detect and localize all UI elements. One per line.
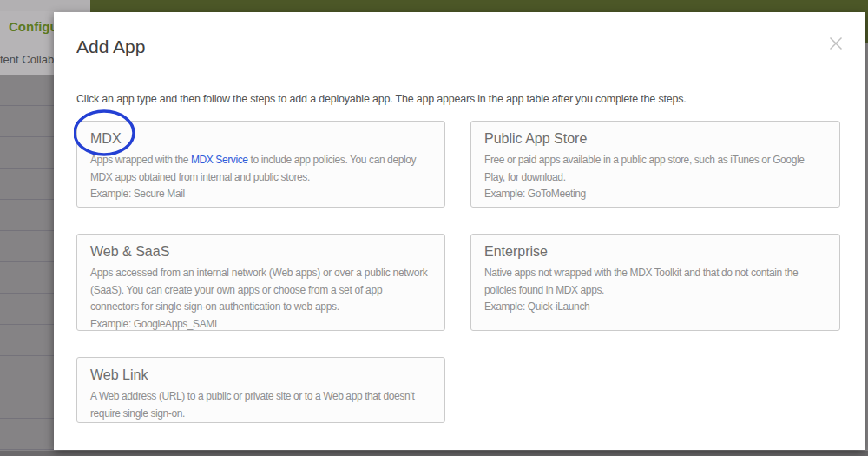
card-title: Enterprise — [484, 243, 826, 261]
background-table — [0, 75, 54, 456]
nav-tab-configure: Configu — [9, 19, 58, 34]
dialog-instruction: Click an app type and then follow the st… — [76, 91, 840, 107]
card-web-saas[interactable]: Web & SaaSApps accessed from an internal… — [76, 234, 445, 331]
card-web-link[interactable]: Web LinkA Web address (URL) to a public … — [76, 357, 445, 423]
card-title: Web & SaaS — [90, 243, 431, 261]
background-tabbar-strip — [0, 0, 90, 11]
card-mdx[interactable]: MDXApps wrapped with the MDX Service to … — [76, 121, 445, 208]
add-app-dialog: Add App Click an app type and then follo… — [54, 12, 865, 450]
card-enterprise[interactable]: EnterpriseNative apps not wrapped with t… — [470, 234, 840, 331]
card-example: Example: Quick-iLaunch — [484, 299, 826, 316]
card-description: Apps wrapped with the MDX Service to inc… — [90, 152, 431, 186]
mdx-service-link[interactable]: MDX Service — [191, 154, 248, 166]
card-title: MDX — [90, 130, 431, 148]
app-type-cards: MDXApps wrapped with the MDX Service to … — [76, 121, 840, 423]
card-description: A Web address (URL) to a public or priva… — [90, 388, 431, 422]
card-description: Free or paid apps available in a public … — [484, 152, 826, 186]
card-example: Example: GoogleApps_SAML — [90, 316, 431, 332]
breadcrumb-content-collaboration: tent Collabo — [0, 53, 60, 66]
card-title: Public App Store — [484, 130, 826, 148]
card-public-app-store[interactable]: Public App StoreFree or paid apps availa… — [470, 121, 840, 208]
close-icon[interactable] — [829, 36, 843, 50]
card-example: Example: Secure Mail — [90, 186, 431, 203]
background-bottom-bar — [0, 451, 868, 456]
card-description: Native apps not wrapped with the MDX Too… — [484, 265, 826, 299]
card-title: Web Link — [90, 367, 431, 384]
dialog-title: Add App — [76, 36, 145, 57]
dialog-body: Click an app type and then follow the st… — [54, 76, 865, 423]
dialog-header: Add App — [54, 12, 865, 76]
card-description: Apps accessed from an internal network (… — [90, 265, 431, 316]
card-example: Example: GoToMeeting — [484, 186, 826, 203]
